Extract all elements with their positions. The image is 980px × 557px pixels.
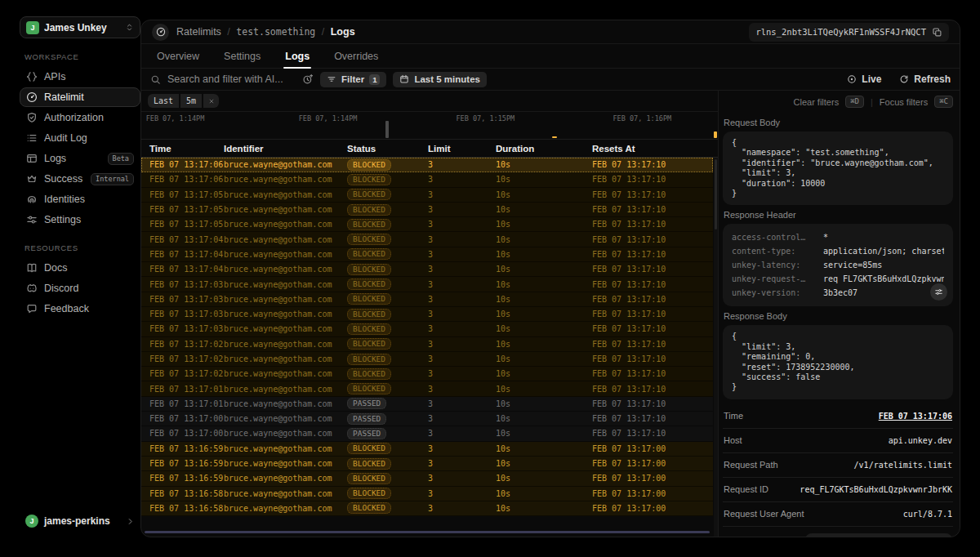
tab-overview[interactable]: Overview	[157, 44, 199, 68]
cell-identifier: bruce.wayne@gotham.com	[224, 399, 347, 408]
sidebar-item-ratelimit[interactable]: Ratelimit	[20, 87, 140, 107]
table-row[interactable]: FEB 07 13:16:58 bruce.wayne@gotham.com B…	[141, 487, 713, 501]
cell-limit: 3	[428, 280, 496, 289]
cell-limit: 3	[428, 265, 496, 274]
cell-identifier: bruce.wayne@gotham.com	[224, 429, 347, 438]
cell-time: FEB 07 13:16:58	[149, 504, 224, 513]
sidebar-item-discord[interactable]: Discord	[20, 278, 140, 298]
time-range-button[interactable]: Last 5 minutes	[393, 72, 487, 87]
table-row[interactable]: FEB 07 13:16:59 bruce.wayne@gotham.com B…	[141, 457, 713, 471]
status-badge: BLOCKED	[347, 174, 391, 185]
sidebar-item-apis[interactable]: APIs	[20, 67, 140, 87]
table-row[interactable]: FEB 07 13:17:05 bruce.wayne@gotham.com B…	[141, 217, 713, 232]
sidebar-item-docs[interactable]: Docs	[20, 258, 140, 278]
table-row[interactable]: FEB 07 13:17:00 bruce.wayne@gotham.com P…	[141, 426, 713, 441]
timeline-chart[interactable]: FEB 07, 1:14PMFEB 07, 1:14PMFEB 07, 1:15…	[141, 112, 718, 140]
cell-duration: 10s	[496, 265, 592, 274]
filter-button[interactable]: Filter 1	[320, 72, 386, 87]
search-placeholder: Search and filter with AI...	[167, 74, 283, 85]
table-row[interactable]: FEB 07 13:17:01 bruce.wayne@gotham.com B…	[141, 381, 713, 396]
response-header-entry: access-control… *	[732, 230, 944, 244]
active-filters-row: Last 5m	[141, 91, 718, 112]
cell-time: FEB 07 13:17:01	[149, 385, 224, 394]
sidebar-item-settings[interactable]: Settings	[20, 210, 140, 229]
table-row[interactable]: FEB 07 13:17:02 bruce.wayne@gotham.com B…	[141, 337, 713, 352]
timeline-bar	[552, 136, 557, 139]
refresh-button[interactable]: Refresh	[899, 74, 951, 85]
breadcrumb-namespace[interactable]: test.something	[236, 26, 315, 38]
status-badge: BLOCKED	[347, 458, 391, 470]
table-row[interactable]: FEB 07 13:17:06 bruce.wayne@gotham.com B…	[141, 158, 713, 172]
cell-resets-at: FEB 07 13:17:10	[592, 175, 713, 184]
cell-time: FEB 07 13:17:06	[149, 175, 224, 184]
close-icon	[208, 98, 215, 105]
header-settings-button[interactable]	[930, 283, 947, 301]
search-input[interactable]: Search and filter with AI...	[150, 74, 296, 85]
cell-identifier: bruce.wayne@gotham.com	[224, 340, 347, 349]
cell-limit: 3	[428, 160, 496, 169]
table-row[interactable]: FEB 07 13:17:05 bruce.wayne@gotham.com B…	[141, 188, 713, 203]
sidebar-item-identities[interactable]: Identities	[20, 189, 140, 209]
table-row[interactable]: FEB 07 13:17:03 bruce.wayne@gotham.com B…	[141, 292, 713, 307]
column-header-resets-at[interactable]: Resets At	[592, 144, 718, 154]
cell-time: FEB 07 13:16:59	[149, 459, 224, 468]
cell-resets-at: FEB 07 13:17:10	[592, 369, 713, 378]
chevron-up-down-icon	[125, 23, 134, 32]
table-row[interactable]: FEB 07 13:17:02 bruce.wayne@gotham.com B…	[141, 352, 713, 367]
focus-filters-label[interactable]: Focus filters	[880, 97, 928, 107]
workspace-switcher[interactable]: J James Unkey	[20, 16, 140, 38]
ai-history-button[interactable]	[302, 74, 314, 85]
table-row[interactable]: FEB 07 13:16:59 bruce.wayne@gotham.com B…	[141, 442, 713, 457]
status-badge: BLOCKED	[347, 383, 391, 394]
timeline-tick-label: FEB 07, 1:16PM	[613, 114, 672, 123]
sidebar-item-feedback[interactable]: Feedback	[20, 299, 140, 319]
tab-logs[interactable]: Logs	[285, 44, 310, 68]
column-header-identifier[interactable]: Identifier	[224, 144, 347, 154]
main-panel: Ratelimits / test.something / Logs rlns_…	[140, 20, 960, 537]
clear-filters-label[interactable]: Clear filters	[794, 97, 840, 107]
sidebar-item-audit-log[interactable]: Audit Log	[20, 128, 140, 148]
table-row[interactable]: FEB 07 13:17:05 bruce.wayne@gotham.com B…	[141, 203, 713, 217]
filter-chip-remove-button[interactable]	[203, 94, 219, 108]
namespace-id-copy[interactable]: rlns_2nbt3LiTQeQykRF1nWSSF4JrNQCT	[749, 23, 949, 42]
column-header-time[interactable]: Time	[149, 144, 224, 154]
refresh-label: Refresh	[914, 74, 951, 85]
table-row[interactable]: FEB 07 13:17:03 bruce.wayne@gotham.com B…	[141, 307, 713, 322]
table-row[interactable]: FEB 07 13:17:03 bruce.wayne@gotham.com B…	[141, 277, 713, 292]
status-badge: BLOCKED	[347, 264, 391, 275]
table-row[interactable]: FEB 07 13:17:04 bruce.wayne@gotham.com B…	[141, 247, 713, 262]
column-header-limit[interactable]: Limit	[428, 144, 496, 154]
live-button[interactable]: Live	[847, 74, 881, 85]
column-header-duration[interactable]: Duration	[496, 144, 592, 154]
cell-identifier: bruce.wayne@gotham.com	[224, 310, 347, 319]
sidebar-item-logs[interactable]: Logs Beta	[20, 149, 140, 168]
search-icon	[150, 74, 161, 85]
status-badge: BLOCKED	[347, 443, 391, 454]
tab-bar: OverviewSettingsLogsOverrides	[141, 44, 960, 69]
breadcrumb-root[interactable]: Ratelimits	[176, 26, 221, 38]
table-row[interactable]: FEB 07 13:17:04 bruce.wayne@gotham.com B…	[141, 232, 713, 247]
table-row[interactable]: FEB 07 13:17:02 bruce.wayne@gotham.com B…	[141, 367, 713, 381]
column-header-status[interactable]: Status	[347, 144, 428, 154]
vertical-scrollbar[interactable]	[714, 158, 718, 537]
table-row[interactable]: FEB 07 13:17:00 bruce.wayne@gotham.com P…	[141, 412, 713, 426]
table-row[interactable]: FEB 07 13:16:58 bruce.wayne@gotham.com B…	[141, 501, 713, 516]
table-row[interactable]: FEB 07 13:17:01 bruce.wayne@gotham.com P…	[141, 397, 713, 412]
cell-limit: 3	[428, 369, 496, 378]
user-menu[interactable]: J james-perkins	[20, 510, 140, 532]
table-row[interactable]: FEB 07 13:16:59 bruce.wayne@gotham.com B…	[141, 471, 713, 486]
table-row[interactable]: FEB 07 13:17:04 bruce.wayne@gotham.com B…	[141, 262, 713, 277]
cell-limit: 3	[428, 489, 496, 498]
horizontal-scrollbar[interactable]	[145, 531, 710, 533]
table-row[interactable]: FEB 07 13:17:06 bruce.wayne@gotham.com B…	[141, 172, 713, 187]
status-badge: BLOCKED	[347, 354, 391, 365]
sidebar-item-authorization[interactable]: Authorization	[20, 108, 140, 127]
sidebar-item-success[interactable]: Success Internal	[20, 169, 140, 189]
meta-label: Request User Agent	[724, 509, 804, 519]
tab-settings[interactable]: Settings	[224, 44, 261, 68]
cell-limit: 3	[428, 444, 496, 453]
book-icon	[26, 262, 38, 274]
cell-duration: 10s	[496, 250, 592, 259]
table-row[interactable]: FEB 07 13:17:03 bruce.wayne@gotham.com B…	[141, 322, 713, 336]
tab-overrides[interactable]: Overrides	[334, 44, 378, 68]
